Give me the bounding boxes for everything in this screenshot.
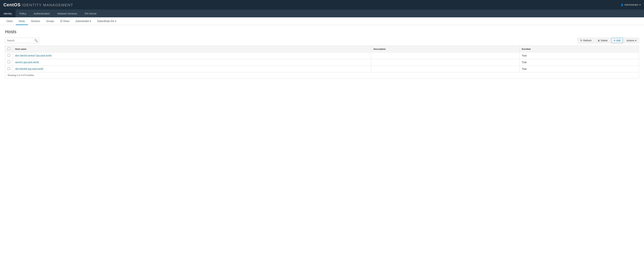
nav-item-ipa-server[interactable]: IPA Server (81, 10, 100, 17)
hostname-link-1[interactable]: server1.ipa.zack.world (15, 61, 39, 64)
automember-label: Automember (76, 20, 89, 23)
row-checkbox-0[interactable] (8, 54, 10, 57)
brand-idm: IDENTITY MANAGEMENT (22, 3, 74, 7)
user-icon (621, 4, 624, 6)
actions-button[interactable]: Actions ▾ (624, 38, 639, 43)
subordinate-ids-chevron-icon: ▾ (115, 20, 116, 23)
subordinate-ids-label: Subordinate IDs (97, 20, 114, 23)
table-header-row: Host name Description Enrolled (5, 46, 639, 52)
table-row: idm-client3-centos7.ipa.zack.world True (5, 52, 639, 59)
top-header: CentOS IDENTITY MANAGEMENT Administrator… (0, 0, 644, 10)
add-label: Add (616, 39, 620, 42)
search-button[interactable]: 🔍 (34, 39, 38, 42)
cell-enrolled-1: True (519, 59, 639, 66)
chevron-down-icon: ▾ (640, 4, 640, 6)
brand-centos: CentOS IDENTITY MANAGEMENT (4, 2, 73, 8)
tab-subordinate-ids[interactable]: Subordinate IDs ▾ (94, 17, 119, 25)
cell-description-1 (371, 59, 519, 66)
cell-hostname-1: server1.ipa.zack.world (13, 59, 371, 66)
nav-item-authentication[interactable]: Authentication (30, 10, 54, 17)
hostname-link-2[interactable]: ubt-client02.ipa.zack.world (15, 68, 43, 70)
tab-services[interactable]: Services (28, 17, 43, 25)
delete-label: Delete (601, 39, 608, 42)
table-row: server1.ipa.zack.world True (5, 59, 639, 66)
cell-enrolled-0: True (519, 52, 639, 59)
admin-menu[interactable]: Administrator ▾ (621, 4, 640, 6)
toolbar-right: Refresh Delete Add Actions ▾ (578, 38, 639, 43)
actions-chevron-icon: ▾ (635, 39, 636, 42)
row-checkbox-cell (5, 59, 13, 66)
tab-automember[interactable]: Automember ▾ (72, 17, 94, 25)
automember-chevron-icon: ▾ (90, 20, 91, 23)
row-checkbox-cell (5, 52, 13, 59)
actions-label: Actions (626, 39, 634, 42)
hosts-table: Host name Description Enrolled idm-clien… (5, 46, 639, 72)
col-hostname: Host name (13, 46, 371, 52)
select-all-header (5, 46, 13, 52)
nav-item-identity[interactable]: Identity (0, 10, 16, 17)
row-checkbox-cell (5, 66, 13, 72)
tab-id-views[interactable]: ID Views (57, 17, 72, 25)
trash-icon (598, 39, 600, 42)
page-content: Hosts 🔍 Refresh Delete Add (0, 25, 644, 83)
brand: CentOS IDENTITY MANAGEMENT (4, 2, 73, 8)
toolbar: 🔍 Refresh Delete Add Actions ▾ (5, 38, 639, 43)
toolbar-left: 🔍 (5, 38, 39, 43)
tab-hosts[interactable]: Hosts (16, 17, 28, 25)
tab-users[interactable]: Users (4, 17, 16, 25)
admin-label: Administrator (624, 4, 638, 6)
row-checkbox-2[interactable] (8, 67, 10, 70)
table-footer-text: Showing 1 to 3 of 3 entries. (8, 74, 34, 77)
page-title: Hosts (5, 29, 639, 34)
search-wrapper: 🔍 (5, 38, 39, 43)
col-description: Description (371, 46, 519, 52)
cell-hostname-0: idm-client3-centos7.ipa.zack.world (13, 52, 371, 59)
row-checkbox-1[interactable] (8, 61, 10, 63)
table-row: ubt-client02.ipa.zack.world True (5, 66, 639, 72)
cell-enrolled-2: True (519, 66, 639, 72)
nav-item-network-services[interactable]: Network Services (54, 10, 81, 17)
table-footer: Showing 1 to 3 of 3 entries. (5, 72, 639, 78)
select-all-checkbox[interactable] (8, 48, 10, 50)
search-input[interactable] (5, 38, 39, 43)
hostname-link-0[interactable]: idm-client3-centos7.ipa.zack.world (15, 54, 52, 57)
refresh-button[interactable]: Refresh (578, 38, 594, 43)
refresh-icon (580, 39, 582, 42)
search-icon: 🔍 (34, 39, 38, 42)
add-button[interactable]: Add (611, 38, 623, 43)
cell-description-2 (371, 66, 519, 72)
nav-item-policy[interactable]: Policy (16, 10, 30, 17)
col-enrolled: Enrolled (519, 46, 639, 52)
tab-groups[interactable]: Groups (43, 17, 57, 25)
plus-icon (614, 39, 615, 42)
cell-description-0 (371, 52, 519, 59)
secondary-nav: Users Hosts Services Groups ID Views Aut… (0, 17, 644, 25)
primary-nav: Identity Policy Authentication Network S… (0, 10, 644, 17)
delete-button[interactable]: Delete (595, 38, 610, 43)
cell-hostname-2: ubt-client02.ipa.zack.world (13, 66, 371, 72)
refresh-label: Refresh (583, 39, 592, 42)
